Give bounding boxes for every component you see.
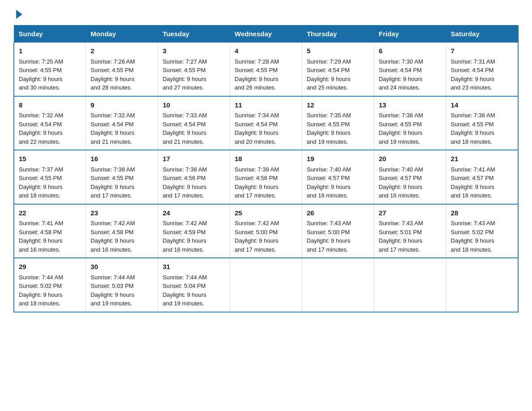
calendar-cell: 19Sunrise: 7:40 AMSunset: 4:57 PMDayligh… <box>302 150 374 204</box>
cell-sunrise: Sunrise: 7:44 AM <box>163 274 207 281</box>
calendar-cell: 21Sunrise: 7:41 AMSunset: 4:57 PMDayligh… <box>446 150 518 204</box>
calendar-cell: 17Sunrise: 7:38 AMSunset: 4:56 PMDayligh… <box>158 150 230 204</box>
cell-sunrise: Sunrise: 7:42 AM <box>90 220 135 227</box>
column-header-monday: Monday <box>86 26 158 43</box>
calendar-cell: 25Sunrise: 7:42 AMSunset: 5:00 PMDayligh… <box>230 204 302 258</box>
cell-daylight: Daylight: 9 hoursand 25 minutes. <box>307 76 351 91</box>
calendar-cell <box>302 258 374 312</box>
column-header-tuesday: Tuesday <box>158 26 230 43</box>
column-header-sunday: Sunday <box>14 26 86 43</box>
cell-sunset: Sunset: 5:00 PM <box>235 229 278 235</box>
cell-daylight: Daylight: 9 hoursand 30 minutes. <box>19 76 63 91</box>
cell-sunset: Sunset: 4:54 PM <box>307 67 350 73</box>
cell-sunrise: Sunrise: 7:25 AM <box>19 58 63 65</box>
calendar-cell: 22Sunrise: 7:41 AMSunset: 4:58 PMDayligh… <box>14 204 86 258</box>
column-header-saturday: Saturday <box>446 26 518 43</box>
calendar-header-row: SundayMondayTuesdayWednesdayThursdayFrid… <box>14 26 518 43</box>
cell-sunset: Sunset: 4:57 PM <box>307 175 350 181</box>
day-number: 23 <box>90 208 153 218</box>
cell-sunset: Sunset: 4:56 PM <box>235 175 278 181</box>
cell-daylight: Daylight: 9 hoursand 17 minutes. <box>235 184 279 199</box>
calendar-cell: 5Sunrise: 7:29 AMSunset: 4:54 PMDaylight… <box>302 43 374 96</box>
cell-sunrise: Sunrise: 7:43 AM <box>379 220 423 227</box>
cell-sunrise: Sunrise: 7:41 AM <box>451 166 495 173</box>
cell-sunrise: Sunrise: 7:44 AM <box>19 274 63 281</box>
day-number: 16 <box>90 154 153 164</box>
calendar-cell: 26Sunrise: 7:43 AMSunset: 5:00 PMDayligh… <box>302 204 374 258</box>
cell-sunrise: Sunrise: 7:31 AM <box>451 58 495 65</box>
cell-sunset: Sunset: 4:55 PM <box>163 67 206 73</box>
cell-daylight: Daylight: 9 hoursand 18 minutes. <box>451 237 495 253</box>
calendar-cell: 18Sunrise: 7:39 AMSunset: 4:56 PMDayligh… <box>230 150 302 204</box>
cell-sunset: Sunset: 4:54 PM <box>379 67 422 73</box>
day-number: 14 <box>451 100 513 111</box>
cell-sunrise: Sunrise: 7:43 AM <box>307 220 351 227</box>
cell-sunset: Sunset: 4:55 PM <box>379 121 422 128</box>
cell-daylight: Daylight: 9 hoursand 21 minutes. <box>163 129 206 145</box>
day-number: 30 <box>90 262 153 272</box>
cell-daylight: Daylight: 9 hoursand 16 minutes. <box>451 184 495 199</box>
cell-daylight: Daylight: 9 hoursand 20 minutes. <box>235 129 279 145</box>
cell-sunrise: Sunrise: 7:30 AM <box>379 58 423 65</box>
cell-sunset: Sunset: 4:57 PM <box>379 175 422 181</box>
calendar-cell: 6Sunrise: 7:30 AMSunset: 4:54 PMDaylight… <box>374 43 446 96</box>
calendar-cell: 28Sunrise: 7:43 AMSunset: 5:02 PMDayligh… <box>446 204 518 258</box>
cell-daylight: Daylight: 9 hoursand 16 minutes. <box>379 184 423 199</box>
cell-daylight: Daylight: 9 hoursand 17 minutes. <box>235 237 279 253</box>
cell-sunrise: Sunrise: 7:26 AM <box>90 58 135 65</box>
day-number: 31 <box>163 262 225 272</box>
cell-sunset: Sunset: 5:03 PM <box>90 283 133 289</box>
calendar-cell: 13Sunrise: 7:36 AMSunset: 4:55 PMDayligh… <box>374 96 446 150</box>
cell-sunset: Sunset: 4:55 PM <box>19 175 62 181</box>
cell-daylight: Daylight: 9 hoursand 19 minutes. <box>379 129 423 145</box>
cell-daylight: Daylight: 9 hoursand 19 minutes. <box>163 291 206 307</box>
cell-daylight: Daylight: 9 hoursand 17 minutes. <box>307 237 351 253</box>
calendar-cell: 31Sunrise: 7:44 AMSunset: 5:04 PMDayligh… <box>158 258 230 312</box>
calendar-week-row: 8Sunrise: 7:32 AMSunset: 4:54 PMDaylight… <box>14 96 518 150</box>
cell-sunrise: Sunrise: 7:33 AM <box>163 112 207 119</box>
calendar-cell: 27Sunrise: 7:43 AMSunset: 5:01 PMDayligh… <box>374 204 446 258</box>
day-number: 7 <box>451 46 513 56</box>
page-header <box>13 9 519 17</box>
cell-sunset: Sunset: 4:54 PM <box>235 121 278 128</box>
day-number: 22 <box>19 208 81 218</box>
cell-sunset: Sunset: 4:55 PM <box>235 67 278 73</box>
day-number: 5 <box>307 46 369 56</box>
cell-daylight: Daylight: 9 hoursand 19 minutes. <box>307 129 351 145</box>
cell-sunset: Sunset: 5:01 PM <box>379 229 422 235</box>
cell-daylight: Daylight: 9 hoursand 18 minutes. <box>19 291 63 307</box>
cell-daylight: Daylight: 9 hoursand 17 minutes. <box>163 184 206 199</box>
cell-sunset: Sunset: 4:54 PM <box>19 121 62 128</box>
cell-sunset: Sunset: 5:02 PM <box>451 229 494 235</box>
cell-daylight: Daylight: 9 hoursand 17 minutes. <box>90 184 134 199</box>
calendar-cell: 9Sunrise: 7:32 AMSunset: 4:54 PMDaylight… <box>86 96 158 150</box>
cell-sunset: Sunset: 4:57 PM <box>451 175 494 181</box>
cell-sunrise: Sunrise: 7:38 AM <box>90 166 135 173</box>
cell-sunset: Sunset: 4:54 PM <box>163 121 206 128</box>
cell-sunrise: Sunrise: 7:29 AM <box>307 58 351 65</box>
calendar-cell: 11Sunrise: 7:34 AMSunset: 4:54 PMDayligh… <box>230 96 302 150</box>
column-header-wednesday: Wednesday <box>230 26 302 43</box>
cell-sunset: Sunset: 4:56 PM <box>163 175 206 181</box>
cell-sunset: Sunset: 4:54 PM <box>90 121 133 128</box>
calendar-cell: 8Sunrise: 7:32 AMSunset: 4:54 PMDaylight… <box>14 96 86 150</box>
calendar-cell: 4Sunrise: 7:28 AMSunset: 4:55 PMDaylight… <box>230 43 302 96</box>
calendar-cell: 3Sunrise: 7:27 AMSunset: 4:55 PMDaylight… <box>158 43 230 96</box>
cell-sunrise: Sunrise: 7:35 AM <box>307 112 351 119</box>
cell-daylight: Daylight: 9 hoursand 16 minutes. <box>19 237 63 253</box>
calendar-week-row: 22Sunrise: 7:41 AMSunset: 4:58 PMDayligh… <box>14 204 518 258</box>
cell-daylight: Daylight: 9 hoursand 27 minutes. <box>163 76 206 91</box>
day-number: 13 <box>379 100 442 111</box>
calendar-cell <box>374 258 446 312</box>
day-number: 25 <box>235 208 297 218</box>
day-number: 28 <box>451 208 513 218</box>
calendar-cell <box>446 258 518 312</box>
calendar-week-row: 1Sunrise: 7:25 AMSunset: 4:55 PMDaylight… <box>14 43 518 96</box>
cell-sunset: Sunset: 4:59 PM <box>163 229 206 235</box>
day-number: 3 <box>163 46 225 56</box>
cell-sunset: Sunset: 4:55 PM <box>90 67 133 73</box>
cell-daylight: Daylight: 9 hoursand 17 minutes. <box>379 237 423 253</box>
calendar-cell: 15Sunrise: 7:37 AMSunset: 4:55 PMDayligh… <box>14 150 86 204</box>
cell-sunrise: Sunrise: 7:42 AM <box>163 220 207 227</box>
calendar-table: SundayMondayTuesdayWednesdayThursdayFrid… <box>13 25 519 313</box>
